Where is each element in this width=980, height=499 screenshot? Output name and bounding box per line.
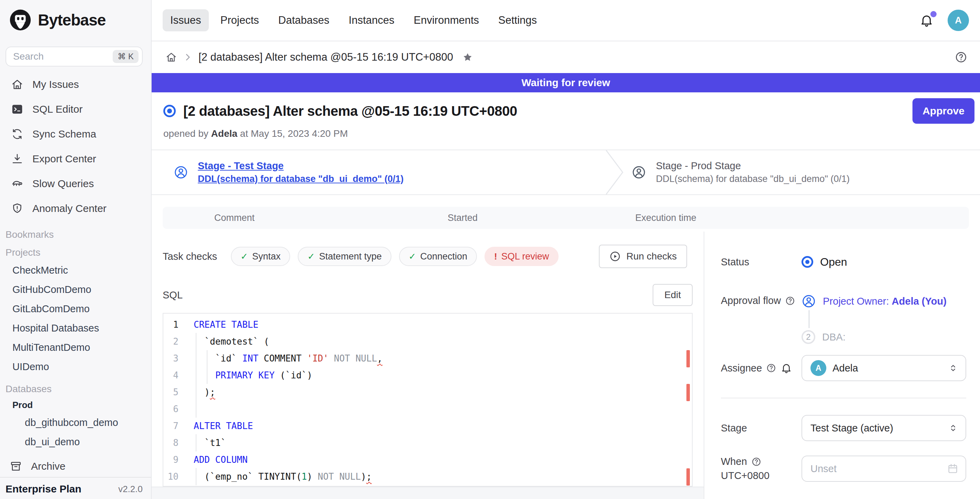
sidebar-item-sync-schema[interactable]: Sync Schema [0,122,151,146]
assignee-select[interactable]: A Adela [802,355,966,381]
plan-version: v2.2.0 [118,484,143,494]
sidebar: Bytebase ⌘ K My IssuesSQL EditorSync Sch… [0,0,152,499]
help-icon[interactable] [955,51,967,64]
stage-pipeline: Stage - Test Stage DDL(schema) for datab… [152,149,980,195]
check-pill-sql-review[interactable]: !SQL review [485,247,558,266]
sidebar-project-multitenantdemo[interactable]: MultiTenantDemo [0,338,151,358]
check-icon: ✓ [240,251,248,262]
error-overview-mark [686,350,690,367]
download-icon [11,153,24,165]
code-line: (`emp_no` TINYINT(1) NOT NULL); [194,468,692,485]
line-number: 5 [163,384,178,401]
task-table-column: Comment [214,213,255,223]
subscribe-bell-icon[interactable] [781,362,792,374]
tab-projects[interactable]: Projects [213,9,267,31]
check-pill-connection[interactable]: ✓Connection [399,247,477,266]
sync-icon [11,128,24,140]
notifications-button[interactable] [920,13,934,27]
error-icon: ! [494,251,497,262]
archive-label: Archive [31,461,65,472]
turtle-icon [11,178,24,190]
bytebase-logo-icon [8,8,32,32]
issue-open-icon [163,105,176,117]
sidebar-project-gitlabcomdemo[interactable]: GitLabComDemo [0,299,151,319]
brand-name: Bytebase [38,11,106,29]
check-icon: ✓ [307,251,315,262]
sidebar-project-hospital-databases[interactable]: Hospital Databases [0,319,151,338]
edit-sql-button[interactable]: Edit [653,284,693,306]
code-line: `id` INT COMMENT 'ID' NOT NULL, [194,350,692,367]
chevron-updown-icon [948,362,959,373]
stage-title[interactable]: Stage - Test Stage [198,160,404,172]
search-box[interactable]: ⌘ K [5,46,143,67]
sidebar-item-export-center[interactable]: Export Center [0,146,151,171]
home-icon[interactable] [165,51,177,63]
home-icon [11,78,24,91]
line-number: 1 [163,316,178,333]
sidebar-project-uidemo[interactable]: UIDemo [0,358,151,377]
stage-label: Stage [721,423,802,434]
stage-title: Stage - Prod Stage [656,160,850,172]
archive-icon [10,460,22,472]
assignee-value: Adela [832,362,858,374]
check-pill-statement-type[interactable]: ✓Statement type [298,247,391,266]
sidebar-project-githubcomdemo[interactable]: GitHubComDemo [0,280,151,299]
sql-editor[interactable]: 12345678910 CREATE TABLE `demotest` ( `i… [163,313,693,486]
check-pill-label: Statement type [319,251,382,262]
approver-name: Adela (You) [892,296,947,307]
tab-environments[interactable]: Environments [406,9,487,31]
when-datetime-input[interactable]: Unset [802,456,966,482]
tab-issues[interactable]: Issues [163,9,209,31]
indent-guide [196,468,196,485]
task-checks-label: Task checks [163,251,217,262]
stage-select[interactable]: Test Stage (active) [802,415,966,441]
tab-databases[interactable]: Databases [271,9,337,31]
user-avatar[interactable]: A [948,10,969,31]
sidebar-database-db_githubcom_demo[interactable]: db_githubcom_demo [0,413,151,432]
sidebar-item-sql-editor[interactable]: SQL Editor [0,97,151,122]
task-table-column: Execution time [635,213,697,223]
code-line: ); [194,384,692,401]
code-line: ALTER TABLE [194,418,692,435]
tab-settings[interactable]: Settings [491,9,544,31]
sidebar-item-anomaly-center[interactable]: Anomaly Center [0,196,151,221]
line-number: 6 [163,401,178,418]
check-pill-label: Connection [420,251,468,262]
code-line [194,401,692,418]
calendar-icon [947,463,959,475]
sidebar-database-db_ui_demo[interactable]: db_ui_demo [0,432,151,452]
stage-card-test[interactable]: Stage - Test Stage DDL(schema) for datab… [152,150,605,194]
logo[interactable]: Bytebase [0,0,151,40]
author-name: Adela [211,128,237,139]
question-circle-icon[interactable] [785,296,795,306]
assignee-label: Assignee [721,362,802,374]
tab-instances[interactable]: Instances [341,9,402,31]
sidebar-item-slow-queries[interactable]: Slow Queries [0,171,151,196]
issue-side-panel: Status Open Approval flow Project Owner:… [704,232,980,499]
check-pill-label: Syntax [252,251,281,262]
sidebar-item-archive[interactable]: Archive [0,456,151,477]
breadcrumb-title: [2 databases] Alter schema @05-15 16:19 … [199,51,453,64]
approve-button[interactable]: Approve [912,98,975,124]
sidebar-item-label: SQL Editor [32,103,83,115]
star-icon[interactable] [462,52,473,63]
sidebar-item-label: Sync Schema [32,128,96,140]
stage-person-icon [174,165,188,180]
stage-separator [605,150,624,194]
indent-guide [207,350,207,384]
question-circle-icon[interactable] [766,363,776,373]
chevron-right-icon [183,53,192,62]
database-list: db_githubcom_demodb_ui_demo [0,413,151,452]
question-circle-icon[interactable] [751,457,762,467]
check-pill-syntax[interactable]: ✓Syntax [231,247,290,266]
sidebar-item-my-issues[interactable]: My Issues [0,72,151,97]
stage-card-prod[interactable]: Stage - Prod Stage DDL(schema) for datab… [624,150,980,194]
sql-section-label: SQL [163,289,183,301]
assignee-avatar: A [810,360,826,376]
stage-task-link[interactable]: DDL(schema) for database "db_ui_demo" (0… [198,174,404,184]
run-checks-button[interactable]: Run checks [599,245,687,268]
sidebar-section-bookmarks: Bookmarks [0,226,151,243]
sidebar-project-checkmetric[interactable]: CheckMetric [0,261,151,280]
stage-value: Test Stage (active) [810,423,893,434]
approval-flow-label: Approval flow [721,294,802,307]
